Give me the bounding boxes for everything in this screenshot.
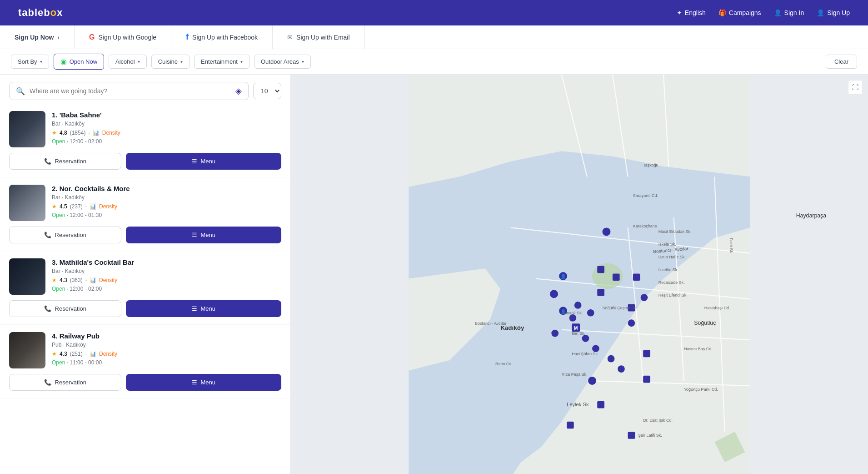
signin-link[interactable]: 👤 Sign In <box>774 9 804 16</box>
venue-actions: 📞 Reservation ☰ Menu <box>9 300 281 317</box>
alcohol-button[interactable]: Alcohol ▾ <box>109 55 147 69</box>
chevron-down-icon: ▾ <box>302 59 304 64</box>
header: tablebox ✦ English 🎁 Campaigns 👤 Sign In… <box>0 0 868 25</box>
clear-button[interactable]: Clear <box>826 55 857 69</box>
header-nav: ✦ English 🎁 Campaigns 👤 Sign In 👤 Sign U… <box>677 9 850 16</box>
reservation-button[interactable]: 📞 Reservation <box>9 374 121 391</box>
svg-text:Sarayardı Cd.: Sarayardı Cd. <box>633 193 658 198</box>
density-label: Density <box>99 203 117 210</box>
venue-rating: ★ 4.3 (363) · 📊 Density <box>52 277 281 283</box>
svg-text:Karakoçhane: Karakoçhane <box>633 224 657 228</box>
svg-rect-46 <box>628 432 635 439</box>
svg-text:İzzettin Sk.: İzzettin Sk. <box>658 267 678 272</box>
cuisine-button[interactable]: Cuisine ▾ <box>151 55 190 69</box>
rating-count: (251) <box>70 351 83 357</box>
language-selector[interactable]: ✦ English <box>677 9 706 16</box>
open-status: Open <box>52 138 65 145</box>
density-icon: 📊 <box>90 203 96 210</box>
svg-text:Söğütlü Çeşme Cd.: Söğütlü Çeşme Cd. <box>602 306 638 310</box>
svg-text:Haci Şükrü Sk.: Haci Şükrü Sk. <box>572 352 599 356</box>
signup-google-button[interactable]: G Sign Up with Google <box>75 25 171 49</box>
svg-text:Uzun Hafız Sk.: Uzun Hafız Sk. <box>658 255 686 259</box>
locate-icon[interactable]: ◈ <box>235 86 242 96</box>
svg-text:İleri Sk.: İleri Sk. <box>572 331 585 336</box>
menu-button[interactable]: ☰ Menu <box>126 374 281 391</box>
svg-rect-30 <box>592 345 599 352</box>
svg-rect-25 <box>574 302 582 309</box>
outdoor-areas-button[interactable]: Outdoor Areas ▾ <box>254 55 311 69</box>
star-icon: ★ <box>52 351 57 357</box>
signup-link[interactable]: 👤 Sign Up <box>817 9 850 16</box>
svg-point-49 <box>550 290 558 298</box>
svg-rect-45 <box>567 422 574 429</box>
signup-facebook-button[interactable]: f Sign Up with Facebook <box>171 25 273 49</box>
menu-list-icon: ☰ <box>192 379 197 386</box>
signup-email-button[interactable]: ✉ Sign Up with Email <box>273 25 365 49</box>
density-label: Density <box>99 277 117 283</box>
svg-point-50 <box>588 377 596 385</box>
campaigns-link[interactable]: 🎁 Campaigns <box>718 9 761 16</box>
svg-rect-33 <box>628 319 635 327</box>
svg-text:İskele Sk.: İskele Sk. <box>658 242 676 247</box>
venue-actions: 📞 Reservation ☰ Menu <box>9 153 281 170</box>
venue-card: 1. 'Baba Sahne' Bar · Kadıköy ★ 4.8 (185… <box>0 104 290 177</box>
venue-info: 1. 'Baba Sahne' Bar · Kadıköy ★ 4.8 (185… <box>52 111 281 147</box>
svg-rect-38 <box>613 273 620 281</box>
svg-text:Hasırcı Baş Cd.: Hasırcı Baş Cd. <box>684 347 713 351</box>
search-input[interactable] <box>30 87 231 95</box>
signup-icon: 👤 <box>817 9 824 16</box>
arrow-icon: › <box>57 34 60 41</box>
entertainment-button[interactable]: Entertainment ▾ <box>194 55 249 69</box>
svg-rect-27 <box>569 314 577 322</box>
venue-time: · 12:00 - 01:30 <box>67 212 102 218</box>
rating-count: (363) <box>70 277 83 283</box>
star-icon: ★ <box>52 130 57 136</box>
chevron-down-icon: ▾ <box>40 59 42 64</box>
density-icon: 📊 <box>90 277 96 283</box>
menu-list-icon: ☰ <box>192 305 197 312</box>
signup-now-button[interactable]: Sign Up Now › <box>0 25 75 49</box>
svg-rect-42 <box>643 350 650 358</box>
svg-rect-51 <box>602 227 610 236</box>
search-input-wrap: 🔍 ◈ <box>9 82 249 100</box>
svg-text:Leylek Sk: Leylek Sk <box>567 402 589 407</box>
svg-text:Dr. Esat Işık Cd.: Dr. Esat Işık Cd. <box>643 418 673 423</box>
open-now-button[interactable]: ◉ Open Now <box>54 54 104 70</box>
svg-rect-28 <box>551 330 559 337</box>
count-select[interactable]: 10 20 30 <box>253 83 281 99</box>
star-icon: ★ <box>52 203 57 210</box>
svg-text:Hastabaşı Cd.: Hastabaşı Cd. <box>704 306 730 310</box>
menu-button[interactable]: ☰ Menu <box>126 227 281 243</box>
map-expand-button[interactable]: ⛶ <box>848 80 863 95</box>
menu-button[interactable]: ☰ Menu <box>126 153 281 170</box>
chevron-down-icon: ▾ <box>240 59 243 64</box>
venue-info: 2. Nor. Cocktails & More Bar · Kadıköy ★… <box>52 185 281 221</box>
venue-info: 4. Railway Pub Pub · Kadıköy ★ 4.3 (251)… <box>52 332 281 368</box>
reservation-button[interactable]: 📞 Reservation <box>9 153 121 170</box>
menu-button[interactable]: ☰ Menu <box>126 300 281 317</box>
rating-count: (1854) <box>70 130 86 136</box>
svg-rect-44 <box>597 401 604 408</box>
venue-image <box>9 258 45 295</box>
reservation-button[interactable]: 📞 Reservation <box>9 227 121 243</box>
email-icon: ✉ <box>287 34 293 41</box>
svg-text:Taşköğü: Taşköğü <box>643 163 658 167</box>
map-view[interactable]: Bostancı · Avcılar Fatih Sk. Taşköğü Hay… <box>291 75 868 474</box>
svg-rect-40 <box>597 289 604 296</box>
venue-rating: ★ 4.8 (1854) · 📊 Density <box>52 130 281 136</box>
venue-hours: Open · 11:00 - 00:00 <box>52 359 281 366</box>
svg-text:Rıtım Cd.: Rıtım Cd. <box>495 362 513 366</box>
rating-value: 4.5 <box>60 203 67 210</box>
venue-card: 2. Nor. Cocktails & More Bar · Kadıköy ★… <box>0 177 290 251</box>
svg-rect-29 <box>582 335 589 342</box>
venue-time: · 11:00 - 00:00 <box>67 359 102 366</box>
reservation-button[interactable]: 📞 Reservation <box>9 300 121 317</box>
venue-name: 1. 'Baba Sahne' <box>52 111 281 119</box>
language-icon: ✦ <box>677 9 682 16</box>
sort-by-button[interactable]: Sort By ▾ <box>11 55 49 69</box>
phone-icon: 📞 <box>44 158 51 165</box>
main-content: 🔍 ◈ 10 20 30 1. 'Baba Sahne' Bar · Kadık… <box>0 75 868 474</box>
venue-info: 3. Mathilda's Cocktail Bar Bar · Kadıköy… <box>52 258 281 295</box>
svg-rect-37 <box>597 266 604 273</box>
svg-text:Söğütlüç: Söğütlüç <box>694 320 716 326</box>
